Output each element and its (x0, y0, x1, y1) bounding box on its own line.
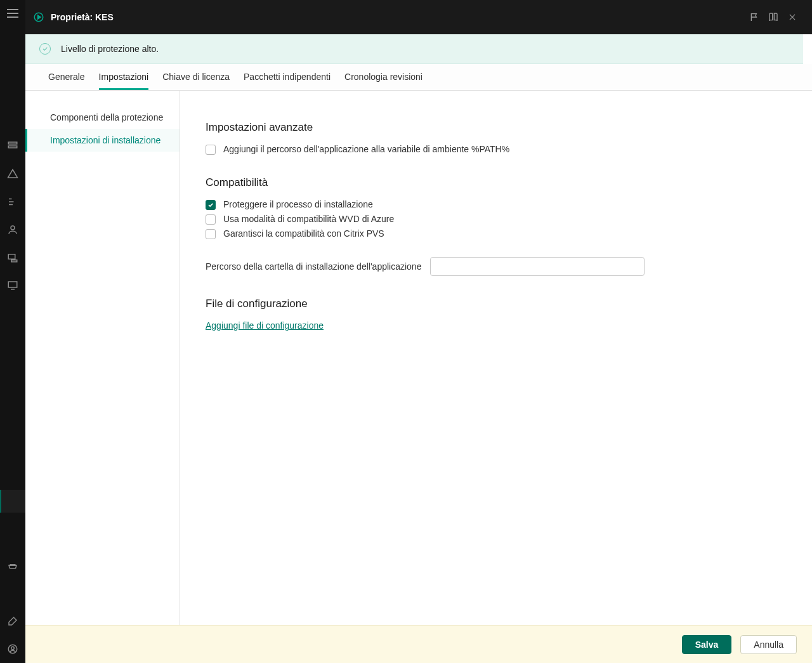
tab-generale[interactable]: Generale (48, 64, 85, 90)
config-title: File di configurazione (206, 298, 787, 310)
svg-point-2 (11, 226, 15, 230)
row-citrix: Garantisci la compatibilità con Citrix P… (206, 228, 787, 239)
save-button[interactable]: Salva (682, 635, 732, 654)
content-row: Componenti della protezione Impostazioni… (25, 91, 812, 625)
tab-impostazioni[interactable]: Impostazioni (99, 64, 149, 90)
header-bar: Proprietà: KES (25, 0, 812, 34)
svg-point-7 (11, 647, 15, 650)
section-advanced: Impostazioni avanzate Aggiungi il percor… (206, 121, 787, 155)
label-protect-install: Proteggere il processo di installazione (223, 199, 373, 209)
tab-bar: Generale Impostazioni Chiave di licenza … (25, 64, 812, 91)
checkbox-protect-install[interactable] (206, 200, 216, 210)
side-item-componenti[interactable]: Componenti della protezione (25, 106, 180, 129)
row-add-path: Aggiungi il percorso dell'applicazione a… (206, 144, 787, 155)
rail-assets-icon[interactable] (0, 188, 25, 216)
checkbox-add-path[interactable] (206, 145, 216, 155)
install-folder-label: Percorso della cartella di installazione… (206, 261, 421, 272)
row-azure-wvd: Usa modalità di compatibilità WVD di Azu… (206, 214, 787, 225)
row-protect-install: Proteggere il processo di installazione (206, 199, 787, 210)
rail-settings-icon[interactable] (0, 607, 25, 635)
compat-title: Compatibilità (206, 176, 787, 189)
rail-devices-icon[interactable] (0, 244, 25, 272)
cancel-button[interactable]: Annulla (740, 635, 797, 654)
rail-account-icon[interactable] (0, 635, 25, 663)
tab-cronologia[interactable]: Cronologia revisioni (344, 64, 422, 90)
rail-dashboard-icon[interactable] (0, 132, 25, 160)
install-folder-input[interactable] (430, 257, 645, 276)
left-nav-rail (0, 0, 25, 663)
app-title-icon (33, 11, 44, 23)
close-icon[interactable] (783, 8, 802, 27)
rail-users-icon[interactable] (0, 216, 25, 244)
page-title: Proprietà: KES (51, 12, 114, 22)
svg-rect-4 (11, 260, 17, 262)
footer-bar: Salva Annulla (25, 625, 812, 663)
check-circle-icon (39, 43, 51, 55)
status-banner: Livello di protezione alto. (25, 34, 803, 64)
settings-side-panel: Componenti della protezione Impostazioni… (25, 91, 180, 625)
label-citrix: Garantisci la compatibilità con Citrix P… (223, 228, 384, 239)
main-area: Proprietà: KES Livello di protezione alt… (25, 0, 812, 663)
tab-chiave[interactable]: Chiave di licenza (162, 64, 230, 90)
advanced-title: Impostazioni avanzate (206, 121, 787, 134)
svg-rect-3 (8, 254, 15, 259)
section-config: File di configurazione Aggiungi file di … (206, 298, 787, 331)
form-panel: Impostazioni avanzate Aggiungi il percor… (180, 91, 812, 625)
row-install-folder: Percorso della cartella di installazione… (206, 257, 787, 276)
svg-rect-5 (8, 282, 17, 287)
checkbox-azure-wvd[interactable] (206, 214, 216, 225)
svg-rect-1 (8, 146, 17, 148)
rail-monitor-icon[interactable] (0, 272, 25, 299)
book-icon[interactable] (764, 8, 783, 27)
tab-pacchetti[interactable]: Pacchetti indipendenti (244, 64, 331, 90)
menu-toggle[interactable] (7, 9, 18, 18)
rail-market-icon[interactable] (0, 554, 25, 582)
label-add-path: Aggiungi il percorso dell'applicazione a… (223, 144, 509, 154)
checkbox-citrix[interactable] (206, 229, 216, 239)
section-compat: Compatibilità Proteggere il processo di … (206, 176, 787, 276)
label-azure-wvd: Usa modalità di compatibilità WVD di Azu… (223, 214, 394, 224)
rail-active-item[interactable] (0, 490, 25, 513)
status-text: Livello di protezione alto. (61, 44, 159, 54)
rail-alert-icon[interactable] (0, 160, 25, 188)
add-config-link[interactable]: Aggiungi file di configurazione (206, 320, 324, 331)
side-item-installazione[interactable]: Impostazioni di installazione (25, 129, 180, 152)
svg-rect-0 (8, 142, 17, 144)
flag-icon[interactable] (745, 8, 764, 27)
